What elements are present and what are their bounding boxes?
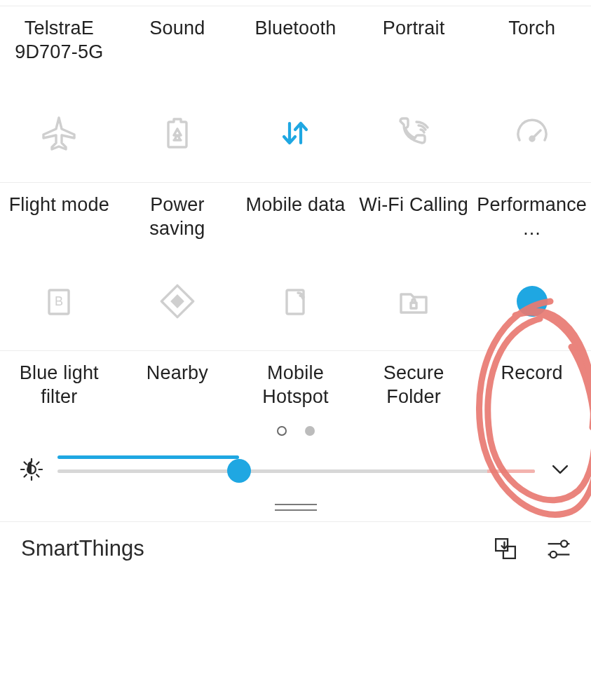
tile-wificalling[interactable] bbox=[355, 84, 473, 182]
tile-wifi[interactable]: TelstraE 9D707-5G bbox=[0, 6, 118, 84]
tile-portrait[interactable]: Portrait bbox=[355, 6, 473, 84]
brightness-thumb[interactable] bbox=[227, 459, 251, 483]
brightness-overbright-zone bbox=[487, 469, 535, 473]
tile-power-label-cell[interactable]: Power saving bbox=[118, 182, 237, 252]
svg-line-14 bbox=[36, 462, 39, 465]
tile-secure-label: Secure Folder bbox=[358, 361, 470, 409]
quick-settings-row-2-icons bbox=[0, 84, 591, 182]
brightness-row bbox=[0, 444, 591, 493]
tile-power-label: Power saving bbox=[121, 193, 234, 240]
phone-wifi-icon bbox=[395, 115, 432, 151]
tile-hotspot-label: Mobile Hotspot bbox=[239, 361, 352, 409]
tile-bluelight-label-cell[interactable]: Blue light filter bbox=[0, 350, 118, 420]
svg-text:B: B bbox=[55, 294, 63, 308]
page-dot-2[interactable] bbox=[305, 426, 315, 436]
tile-sound[interactable]: Sound bbox=[118, 6, 237, 84]
tile-secure-label-cell[interactable]: Secure Folder bbox=[355, 350, 473, 420]
tile-power[interactable] bbox=[118, 84, 237, 182]
tile-record-label-cell[interactable]: Record bbox=[473, 350, 591, 420]
brightness-track bbox=[57, 469, 535, 473]
tile-sound-label: Sound bbox=[149, 16, 205, 40]
tile-torch[interactable]: Torch bbox=[473, 6, 591, 84]
speedometer-icon bbox=[514, 115, 550, 151]
quick-settings-row-3-labels: Blue light filter Nearby Mobile Hotspot … bbox=[0, 350, 591, 420]
tile-portrait-label: Portrait bbox=[383, 16, 445, 40]
tile-hotspot-label-cell[interactable]: Mobile Hotspot bbox=[236, 350, 355, 420]
blue-light-filter-icon: B bbox=[41, 283, 77, 320]
expand-brightness-button[interactable] bbox=[549, 458, 571, 483]
tile-bluelight-label: Blue light filter bbox=[3, 361, 116, 409]
tile-wificalling-label: Wi-Fi Calling bbox=[359, 193, 468, 217]
brightness-icon bbox=[20, 458, 43, 484]
tile-bluetooth[interactable]: Bluetooth bbox=[236, 6, 355, 84]
svg-point-18 bbox=[561, 540, 567, 547]
quick-settings-row-2-labels: Flight mode Power saving Mobile data Wi-… bbox=[0, 182, 591, 252]
page-indicator[interactable] bbox=[0, 426, 591, 436]
svg-rect-4 bbox=[170, 294, 184, 308]
bottom-title[interactable]: SmartThings bbox=[21, 536, 144, 561]
page-dot-1[interactable] bbox=[277, 426, 287, 436]
tile-mobiledata-label-cell[interactable]: Mobile data bbox=[236, 182, 355, 252]
tile-mobiledata[interactable] bbox=[236, 84, 355, 182]
tile-nearby-label: Nearby bbox=[147, 361, 208, 385]
tile-flight[interactable] bbox=[0, 84, 118, 182]
svg-point-20 bbox=[550, 551, 557, 558]
secure-folder-icon bbox=[395, 283, 432, 320]
bottom-bar: SmartThings bbox=[0, 522, 591, 568]
brightness-slider[interactable] bbox=[57, 455, 535, 486]
tile-hotspot[interactable] bbox=[236, 252, 355, 350]
data-arrows-icon bbox=[277, 115, 313, 151]
brightness-fill bbox=[57, 455, 239, 459]
tile-performance[interactable] bbox=[473, 84, 591, 182]
tile-nearby[interactable] bbox=[118, 252, 237, 350]
tile-flight-label-cell[interactable]: Flight mode bbox=[0, 182, 118, 252]
airplane-icon bbox=[41, 115, 77, 151]
tile-bluelight[interactable]: B bbox=[0, 252, 118, 350]
svg-rect-16 bbox=[496, 539, 508, 551]
tile-record-label: Record bbox=[501, 361, 563, 385]
tile-wifi-label: TelstraE 9D707-5G bbox=[3, 16, 116, 64]
tile-performance-label: Performance… bbox=[475, 193, 588, 240]
panel-drag-handle[interactable] bbox=[0, 493, 591, 521]
tile-flight-label: Flight mode bbox=[9, 193, 109, 217]
svg-line-15 bbox=[25, 474, 27, 476]
svg-line-13 bbox=[36, 474, 39, 476]
quick-settings-row-1-labels: TelstraE 9D707-5G Sound Bluetooth Portra… bbox=[0, 6, 591, 84]
tile-record[interactable] bbox=[473, 252, 591, 350]
mobile-hotspot-icon bbox=[277, 283, 313, 320]
record-icon bbox=[514, 283, 550, 320]
battery-recycle-icon bbox=[159, 115, 196, 151]
tile-performance-label-cell[interactable]: Performance… bbox=[473, 182, 591, 252]
tile-bluetooth-label: Bluetooth bbox=[255, 16, 337, 40]
reorder-tiles-button[interactable] bbox=[491, 535, 519, 563]
tile-wificalling-label-cell[interactable]: Wi-Fi Calling bbox=[355, 182, 473, 252]
tile-nearby-label-cell[interactable]: Nearby bbox=[118, 350, 237, 420]
drag-handle-icon bbox=[275, 504, 317, 511]
nearby-icon bbox=[159, 283, 196, 320]
settings-sliders-button[interactable] bbox=[545, 535, 573, 563]
tile-mobiledata-label: Mobile data bbox=[246, 193, 346, 217]
quick-settings-row-3-icons: B bbox=[0, 252, 591, 350]
tile-torch-label: Torch bbox=[508, 16, 555, 40]
tile-secure[interactable] bbox=[355, 252, 473, 350]
svg-line-12 bbox=[25, 462, 27, 465]
